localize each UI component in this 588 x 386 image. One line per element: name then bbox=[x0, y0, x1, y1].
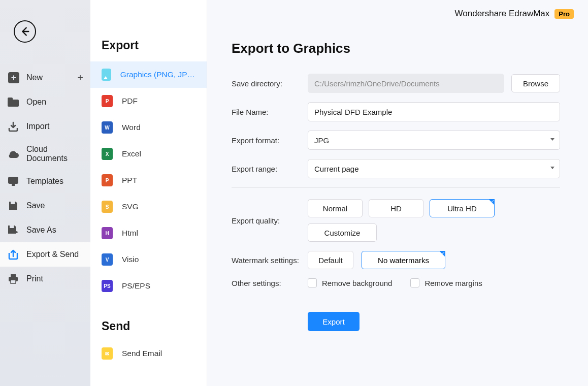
send-item-email[interactable]: ✉ Send Email bbox=[90, 340, 207, 367]
sidebar-item-label: New bbox=[26, 73, 43, 82]
sidebar-item-export-send[interactable]: Export & Send bbox=[0, 242, 90, 267]
export-item-pseps[interactable]: PS PS/EPS bbox=[90, 273, 207, 299]
remove-bg-checkbox[interactable]: Remove background bbox=[308, 278, 392, 287]
export-item-html[interactable]: H Html bbox=[90, 220, 207, 246]
row-file-name: File Name: bbox=[232, 102, 560, 121]
excel-icon: X bbox=[102, 148, 113, 160]
sidebar-item-label: Save As bbox=[26, 226, 56, 235]
page-title: Export to Graphics bbox=[232, 41, 560, 56]
row-quality: Export quality: Normal HD Ultra HD ✓ Cus… bbox=[232, 199, 560, 242]
export-button[interactable]: Export bbox=[308, 312, 360, 331]
label-save-dir: Save directory: bbox=[232, 79, 308, 88]
export-item-pdf[interactable]: P PDF bbox=[90, 88, 207, 114]
row-other: Other settings: Remove background Remove… bbox=[232, 278, 560, 287]
svg-rect-4 bbox=[12, 184, 15, 186]
app-title: Wondershare EdrawMax Pro bbox=[455, 9, 574, 19]
plus-box-icon bbox=[7, 72, 19, 84]
export-icon bbox=[7, 248, 19, 261]
quality-group: Normal HD Ultra HD ✓ bbox=[308, 199, 495, 217]
export-item-graphics[interactable]: Graphics (PNG, JPG et... bbox=[90, 61, 207, 88]
export-item-label: Word bbox=[122, 123, 141, 132]
format-select[interactable]: JPG bbox=[308, 131, 560, 150]
row-format: Export format: JPG bbox=[232, 131, 560, 150]
watermark-group: Default No watermarks ✓ bbox=[308, 251, 445, 269]
templates-icon bbox=[7, 175, 19, 187]
range-select[interactable]: Current page bbox=[308, 159, 560, 178]
svg-rect-3 bbox=[8, 177, 18, 184]
svg-rect-1 bbox=[8, 100, 19, 107]
sidebar-item-label: Cloud Documents bbox=[26, 145, 83, 163]
sidebar-item-label: Print bbox=[26, 274, 43, 283]
export-item-label: Graphics (PNG, JPG et... bbox=[120, 70, 195, 79]
save-as-icon bbox=[7, 224, 19, 236]
cloud-icon bbox=[7, 148, 19, 160]
customize-button[interactable]: Customize bbox=[308, 223, 377, 242]
sidebar-item-label: Import bbox=[26, 122, 49, 131]
label-file-name: File Name: bbox=[232, 108, 308, 116]
remove-margins-label: Remove margins bbox=[424, 279, 482, 287]
sidebar-item-label: Save bbox=[26, 201, 45, 210]
quality-normal-button[interactable]: Normal bbox=[308, 199, 363, 217]
export-item-label: SVG bbox=[122, 202, 139, 211]
save-icon bbox=[7, 200, 19, 212]
sidebar-item-label: Open bbox=[26, 98, 46, 107]
sidebar-item-templates[interactable]: Templates bbox=[0, 169, 90, 194]
chevron-down-icon bbox=[550, 138, 554, 141]
svg-rect-5 bbox=[11, 202, 15, 204]
check-corner-icon: ✓ bbox=[439, 251, 445, 257]
format-value: JPG bbox=[314, 136, 329, 145]
row-range: Export range: Current page bbox=[232, 159, 560, 178]
quality-ultra-button[interactable]: Ultra HD ✓ bbox=[430, 199, 495, 217]
visio-icon: V bbox=[102, 253, 113, 266]
sidebar-item-save-as[interactable]: Save As bbox=[0, 218, 90, 242]
sidebar-item-open[interactable]: Open bbox=[0, 90, 90, 114]
sidebar-item-save[interactable]: Save bbox=[0, 194, 90, 218]
export-item-excel[interactable]: X Excel bbox=[90, 141, 207, 167]
browse-button[interactable]: Browse bbox=[511, 74, 560, 92]
export-list-panel: Export Graphics (PNG, JPG et... P PDF W … bbox=[90, 0, 207, 386]
send-heading: Send bbox=[90, 299, 207, 340]
export-item-svg[interactable]: S SVG bbox=[90, 194, 207, 220]
arrow-left-icon bbox=[19, 26, 30, 37]
export-item-label: PDF bbox=[122, 96, 138, 106]
import-icon bbox=[7, 120, 19, 133]
sidebar-item-new[interactable]: New + bbox=[0, 66, 90, 90]
html-icon: H bbox=[102, 227, 113, 239]
export-item-word[interactable]: W Word bbox=[90, 114, 207, 141]
send-item-label: Send Email bbox=[122, 349, 162, 358]
quality-hd-button[interactable]: HD bbox=[369, 199, 423, 217]
export-item-visio[interactable]: V Visio bbox=[90, 246, 207, 273]
label-watermark: Watermark settings: bbox=[232, 256, 308, 265]
main-panel: Wondershare EdrawMax Pro Export to Graph… bbox=[207, 0, 588, 386]
export-item-ppt[interactable]: P PPT bbox=[90, 167, 207, 194]
save-dir-field[interactable]: C:/Users/rimzh/OneDrive/Documents bbox=[308, 74, 504, 93]
remove-margins-checkbox[interactable]: Remove margins bbox=[410, 278, 482, 287]
graphics-icon bbox=[102, 69, 111, 81]
svg-rect-2 bbox=[8, 98, 13, 101]
checkbox-icon bbox=[410, 278, 419, 287]
label-range: Export range: bbox=[232, 165, 308, 173]
sidebar-item-import[interactable]: Import bbox=[0, 114, 90, 139]
print-icon bbox=[7, 273, 19, 285]
sidebar-item-print[interactable]: Print bbox=[0, 267, 90, 291]
label-other: Other settings: bbox=[232, 279, 308, 287]
mail-icon: ✉ bbox=[102, 347, 113, 360]
pro-badge: Pro bbox=[554, 9, 574, 19]
check-corner-icon: ✓ bbox=[488, 199, 495, 205]
checkbox-icon bbox=[308, 278, 317, 287]
sidebar-item-cloud[interactable]: Cloud Documents bbox=[0, 139, 90, 169]
sidebar-item-label: Templates bbox=[26, 177, 63, 186]
file-sidebar: New + Open Import Cloud Documents Templa… bbox=[0, 0, 90, 386]
app-title-text: Wondershare EdrawMax bbox=[455, 9, 550, 19]
row-save-dir: Save directory: C:/Users/rimzh/OneDrive/… bbox=[232, 74, 560, 93]
watermark-default-button[interactable]: Default bbox=[308, 251, 353, 269]
export-heading: Export bbox=[90, 39, 207, 61]
file-name-field[interactable] bbox=[308, 102, 560, 121]
plus-icon[interactable]: + bbox=[77, 72, 83, 84]
svg-rect-6 bbox=[10, 226, 14, 228]
file-name-input[interactable] bbox=[314, 103, 553, 121]
folder-icon bbox=[7, 96, 19, 108]
label-format: Export format: bbox=[232, 136, 308, 145]
back-button[interactable] bbox=[14, 20, 36, 43]
watermark-none-button[interactable]: No watermarks ✓ bbox=[362, 251, 445, 269]
